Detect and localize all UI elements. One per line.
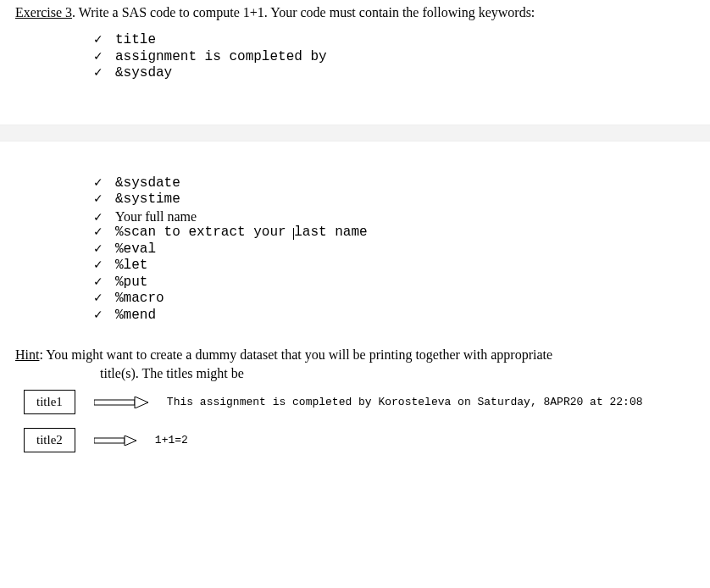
title-output-text: 1+1=2 [155,434,188,447]
checklist-item: ✓ &sysday [93,65,695,82]
hint-line: Hint: You might want to create a dummy d… [15,347,695,363]
checklist-text: %scan to extract your last name [115,225,368,241]
checklist-text: &sysday [115,65,172,82]
svg-marker-3 [125,435,136,446]
exercise-prompt-line: Exercise 3. Write a SAS code to compute … [15,5,695,20]
checklist-item: ✓ %scan to extract your last name [93,225,695,241]
check-icon: ✓ [93,32,115,47]
checklist-text: title [115,32,156,49]
checklist-item: ✓ %let [93,258,695,275]
svg-marker-1 [135,397,148,408]
checklist-text: Your full name [115,208,197,225]
checklist-text: &sysdate [115,175,180,192]
check-icon: ✓ [93,241,115,256]
check-icon: ✓ [93,291,115,305]
section-top: Exercise 3. Write a SAS code to compute … [0,0,710,125]
checklist-item: ✓ assignment is completed by [93,49,695,66]
exercise-prompt: Write a SAS code to compute 1+1. Your co… [75,5,535,19]
checklist-top: ✓ title ✓ assignment is completed by ✓ &… [93,32,695,82]
svg-rect-2 [94,438,125,443]
check-icon: ✓ [93,49,115,64]
title-box-label: title1 [24,390,75,414]
checklist-item: ✓ &systime [93,191,695,208]
checklist-text: %eval [115,241,156,258]
exercise-label: Exercise 3 [15,5,72,19]
checklist-item: ✓ %mend [93,308,695,325]
check-icon: ✓ [93,308,115,322]
arrow-right-icon [94,397,148,408]
checklist-text: %put [115,275,147,291]
checklist-text: %let [115,258,147,275]
hint-continuation: title(s). The titles might be [100,366,695,381]
checklist-item: ✓ Your full name [93,208,695,225]
checklist-bottom: ✓ &sysdate ✓ &systime ✓ Your full name ✓… [93,175,695,325]
title-row: title1 This assignment is completed by K… [24,390,695,414]
checklist-item: ✓ &sysdate [93,175,695,192]
checklist-text: %macro [115,291,164,308]
section-bottom: ✓ &sysdate ✓ &systime ✓ Your full name ✓… [0,141,710,470]
checklist-item: ✓ %put [93,275,695,291]
arrow-right-icon [94,435,136,446]
document-page: Exercise 3. Write a SAS code to compute … [0,0,710,469]
check-icon: ✓ [93,275,115,289]
check-icon: ✓ [93,210,115,225]
checklist-text: assignment is completed by [115,49,327,66]
svg-rect-0 [94,400,135,405]
checklist-text-post: last name [294,225,367,240]
checklist-item: ✓ %macro [93,291,695,308]
checklist-item: ✓ title [93,32,695,49]
checklist-item: ✓ %eval [93,241,695,258]
hint-text1: : You might want to create a dummy datas… [39,347,552,362]
title-output-text: This assignment is completed by Korostel… [167,396,643,408]
checklist-text-pre: %scan to extract your [115,225,294,240]
checklist-text: &systime [115,191,180,208]
title-row: title2 1+1=2 [24,428,695,452]
check-icon: ✓ [93,175,115,190]
check-icon: ✓ [93,225,115,239]
title-box-label: title2 [24,428,75,452]
page-break [0,125,710,141]
checklist-text: %mend [115,308,156,325]
check-icon: ✓ [93,191,115,206]
hint-label: Hint [15,347,39,362]
check-icon: ✓ [93,258,115,272]
check-icon: ✓ [93,65,115,80]
